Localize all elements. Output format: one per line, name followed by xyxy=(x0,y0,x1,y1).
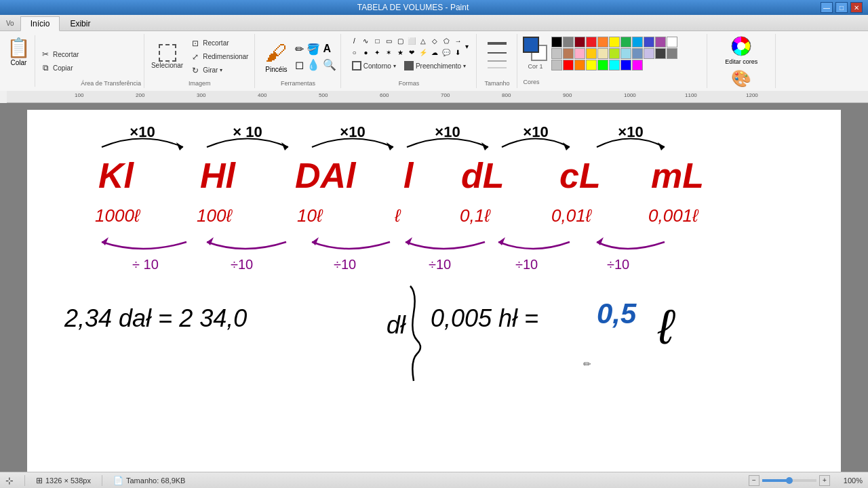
zoom-slider[interactable] xyxy=(762,479,816,482)
ruler-mark: 900 xyxy=(563,92,572,98)
tab-exibir[interactable]: Exibir xyxy=(60,16,100,30)
color-swatch[interactable] xyxy=(586,48,597,59)
size-label: Tamanho xyxy=(484,78,509,87)
shape-star[interactable]: ★ xyxy=(395,47,406,58)
tab-inicio[interactable]: Início xyxy=(20,16,60,31)
pencil-icon[interactable]: ✏ xyxy=(295,43,304,56)
color-swatch[interactable] xyxy=(551,37,562,47)
paint-canvas[interactable]: ×10 × 10 ×10 ×10 ×10 ×10 Kl xyxy=(27,110,841,472)
select-icon xyxy=(159,44,176,62)
color-swatch[interactable] xyxy=(586,60,597,70)
pinceis-button[interactable]: 🖌 Pincéis xyxy=(259,39,293,75)
color-swatch[interactable] xyxy=(632,60,643,70)
color-swatch[interactable] xyxy=(632,37,643,47)
shape-callout[interactable]: 💬 xyxy=(441,47,452,58)
color-swatch[interactable] xyxy=(655,37,666,47)
maximize-button[interactable]: □ xyxy=(835,2,848,13)
color-swatch[interactable] xyxy=(632,48,643,59)
color-swatch[interactable] xyxy=(609,48,620,59)
shape-curve[interactable]: ∿ xyxy=(360,35,371,46)
color-swatch[interactable] xyxy=(644,37,654,47)
zoom-tool-icon[interactable]: 🔍 xyxy=(323,58,336,71)
copiar-button[interactable]: ⧉ Copiar xyxy=(38,62,81,74)
color-swatch[interactable] xyxy=(644,48,654,59)
color1-box[interactable] xyxy=(523,37,539,53)
shape-triangle[interactable]: △ xyxy=(418,35,429,46)
color-swatch[interactable] xyxy=(667,48,677,59)
zoom-in-button[interactable]: + xyxy=(819,475,830,486)
shape-star6[interactable]: ✶ xyxy=(383,47,394,58)
color-swatch[interactable] xyxy=(609,37,620,47)
shape-rect-fill[interactable]: ▭ xyxy=(383,35,394,46)
shape-scroll[interactable]: ⬇ xyxy=(452,47,463,58)
shape-lightning[interactable]: ⚡ xyxy=(418,47,429,58)
dropper-icon[interactable]: 💧 xyxy=(307,58,320,71)
shape-rect[interactable]: □ xyxy=(372,35,382,46)
color-swatch[interactable] xyxy=(563,60,574,70)
shape-cloud[interactable]: ☁ xyxy=(429,47,440,58)
shapes-scroll[interactable]: ▾ xyxy=(465,43,469,50)
color-swatch[interactable] xyxy=(551,48,562,59)
color-swatch[interactable] xyxy=(597,60,608,70)
preenchimento-button[interactable]: Preenchimento ▾ xyxy=(402,60,468,71)
color-swatch[interactable] xyxy=(655,48,666,59)
edit-colors-button[interactable]: Editar cores xyxy=(725,35,757,65)
ruler-mark: 400 xyxy=(258,92,267,98)
selecionar-button[interactable]: Selecionar xyxy=(149,43,186,70)
paste-label: Colar xyxy=(11,59,27,66)
girar-button[interactable]: ↻ Girar ▾ xyxy=(188,64,250,77)
svg-text:×10: ×10 xyxy=(435,123,460,140)
color-swatch[interactable] xyxy=(620,48,631,59)
shape-roundrect2[interactable]: ⬜ xyxy=(406,35,417,46)
color-swatch[interactable] xyxy=(667,37,677,47)
color-swatch[interactable] xyxy=(563,48,574,59)
color-swatch[interactable] xyxy=(551,60,562,70)
brush-icon: 🖌 xyxy=(265,41,287,66)
paste-button[interactable]: 📋 Colar xyxy=(3,35,35,87)
redimensionar-button[interactable]: ⤢ Redimensionar xyxy=(188,51,250,63)
contorno-button[interactable]: Contorno ▾ xyxy=(350,60,398,71)
color-swatch[interactable] xyxy=(609,60,620,70)
svg-text:mL: mL xyxy=(651,156,704,195)
girar-label: Girar xyxy=(203,66,218,74)
shape-roundrect[interactable]: ▢ xyxy=(395,35,406,46)
close-button[interactable]: ✕ xyxy=(850,2,863,13)
color-palette-container xyxy=(551,37,687,70)
shape-pentagon[interactable]: ⬠ xyxy=(441,35,452,46)
color-swatch[interactable] xyxy=(574,48,585,59)
svg-text:÷10: ÷10 xyxy=(515,257,538,272)
color-swatch[interactable] xyxy=(597,37,608,47)
shape-line[interactable]: / xyxy=(349,35,359,46)
colors-label: Cores xyxy=(523,77,701,85)
recortar-button[interactable]: ✂ Recortar xyxy=(38,48,81,60)
color-swatch[interactable] xyxy=(620,60,631,70)
eraser-icon[interactable]: ◻ xyxy=(295,58,304,71)
recortar2-button[interactable]: ⊡ Recortar xyxy=(188,37,250,49)
size-selector-svg[interactable] xyxy=(485,38,509,76)
shape-arrow[interactable]: → xyxy=(452,35,463,46)
tools-label: Ferramentas xyxy=(281,78,315,87)
clipboard-items: ✂ Recortar ⧉ Copiar xyxy=(38,35,81,87)
shape-star4[interactable]: ✦ xyxy=(372,47,382,58)
fill-icon[interactable]: 🪣 xyxy=(307,43,320,56)
shape-heart[interactable]: ❤ xyxy=(406,47,417,58)
tab-file[interactable]: Vo xyxy=(0,16,20,30)
color-swatch[interactable] xyxy=(586,37,597,47)
color-swatch[interactable] xyxy=(620,37,631,47)
color-swatch[interactable] xyxy=(574,60,585,70)
color-swatch[interactable] xyxy=(574,37,585,47)
color-swatch[interactable] xyxy=(563,37,574,47)
zoom-handle xyxy=(786,477,793,484)
shape-ellipse2[interactable]: ● xyxy=(360,47,371,58)
shape-ellipse[interactable]: ○ xyxy=(349,47,359,58)
color-labels: Cor 1 xyxy=(528,63,542,70)
ruler-mark: 1200 xyxy=(746,92,758,98)
zoom-out-button[interactable]: − xyxy=(749,475,760,486)
svg-marker-12 xyxy=(387,142,393,150)
color-swatch[interactable] xyxy=(597,48,608,59)
minimize-button[interactable]: — xyxy=(821,2,833,13)
girar-arrow: ▾ xyxy=(220,67,222,73)
text-icon[interactable]: A xyxy=(323,43,331,56)
redimensionar-label: Redimensionar xyxy=(203,53,248,60)
shape-diamond[interactable]: ◇ xyxy=(429,35,440,46)
